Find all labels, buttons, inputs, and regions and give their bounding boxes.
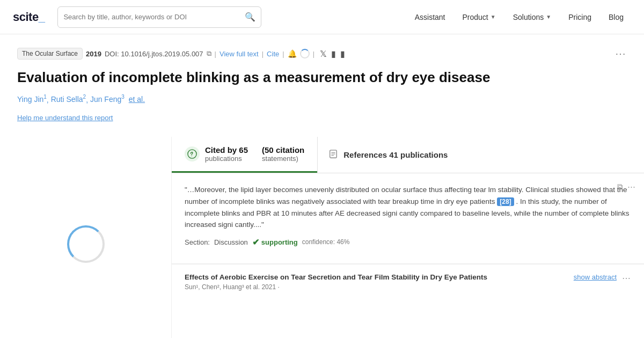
citation-statements-text: (50 citation statements) <box>262 145 304 163</box>
loading-indicator-small <box>300 49 310 58</box>
copy-citation-icon[interactable]: ⧉ <box>617 182 623 192</box>
paper-ref-title[interactable]: Effects of Aerobic Exercise on Tear Secr… <box>185 273 568 281</box>
journal-badge: The Ocular Surface <box>17 48 83 60</box>
content-area: Cited by 65 publications (50 citation st… <box>0 137 644 338</box>
linkedin-icon[interactable]: ▮ <box>340 49 345 59</box>
section-name: Discussion <box>214 238 248 246</box>
cited-by-icon <box>185 146 200 161</box>
confidence-label: confidence: 46% <box>302 238 350 246</box>
copy-doi-icon[interactable]: ⧉ <box>207 49 211 58</box>
separator-3: | <box>282 50 284 58</box>
citation-meta: Section: Discussion ✔ supporting confide… <box>185 237 631 247</box>
solutions-chevron-icon: ▼ <box>546 14 551 20</box>
twitter-icon[interactable]: 𝕏 <box>320 49 327 59</box>
cited-by-sub: publications <box>205 155 248 163</box>
paper-section: The Ocular Surface 2019 DOI: 10.1016/j.j… <box>0 34 644 137</box>
cited-by-main: Cited by 65 <box>205 145 248 155</box>
supporting-label: supporting <box>261 238 298 246</box>
view-full-text-link[interactable]: View full text <box>219 50 259 58</box>
paper-ref-card: Effects of Aerobic Exercise on Tear Secr… <box>172 264 644 299</box>
nav-item-assistant[interactable]: Assistant <box>407 9 453 26</box>
references-icon <box>328 149 338 161</box>
left-panel <box>0 137 172 338</box>
svg-point-1 <box>191 156 192 156</box>
product-chevron-icon: ▼ <box>491 14 496 20</box>
facebook-icon[interactable]: ▮ <box>331 49 336 59</box>
citation-card-actions: ⧉ ⋯ <box>617 182 635 192</box>
paper-authors: Ying Jin1, Ruti Sella2, Jun Feng3 et al. <box>17 94 627 104</box>
supporting-badge: ✔ supporting <box>252 237 298 247</box>
separator-4: | <box>313 50 314 58</box>
check-circle-icon: ✔ <box>252 237 259 247</box>
paper-ref-content: Effects of Aerobic Exercise on Tear Secr… <box>185 273 568 291</box>
paper-ref-authors: Sun¹, Chen², Huang³ et al. 2021 · <box>185 283 568 291</box>
paper-meta: The Ocular Surface 2019 DOI: 10.1016/j.j… <box>17 47 627 60</box>
paper-ref-more-options[interactable]: ⋯ <box>622 273 631 283</box>
tabs-bar: Cited by 65 publications (50 citation st… <box>172 137 644 173</box>
nav-links: Assistant Product ▼ Solutions ▼ Pricing … <box>407 9 631 26</box>
tab-cited-by[interactable]: Cited by 65 publications (50 citation st… <box>172 137 317 173</box>
separator-2: | <box>262 50 264 58</box>
citation-statements-sub: statements) <box>262 155 304 163</box>
references-label: References 41 publications <box>343 150 448 159</box>
social-icons: 𝕏 ▮ ▮ <box>320 49 345 59</box>
cite-link[interactable]: Cite <box>267 50 279 58</box>
navbar: scite_ 🔍 Assistant Product ▼ Solutions ▼… <box>0 0 644 34</box>
separator-1: | <box>215 50 216 58</box>
right-panel: Cited by 65 publications (50 citation st… <box>172 137 644 338</box>
bell-icon[interactable]: 🔔 <box>288 49 297 58</box>
search-icon[interactable]: 🔍 <box>245 12 255 22</box>
section-label: Section: <box>185 238 210 246</box>
paper-doi: DOI: 10.1016/j.jtos.2019.05.007 <box>105 50 203 58</box>
nav-item-solutions[interactable]: Solutions ▼ <box>506 9 559 26</box>
et-al-link[interactable]: et al. <box>129 95 145 104</box>
citation-more-options[interactable]: ⋯ <box>627 182 635 192</box>
show-abstract-button[interactable]: show abstract <box>574 273 617 281</box>
search-bar: 🔍 <box>57 6 261 28</box>
cited-by-tab-text: Cited by 65 publications <box>205 145 248 163</box>
author-1[interactable]: Ying Jin1 <box>17 95 47 104</box>
nav-item-pricing[interactable]: Pricing <box>561 9 599 26</box>
citation-number: [28] <box>497 197 514 206</box>
more-options-button[interactable]: ⋯ <box>615 47 627 60</box>
nav-item-blog[interactable]: Blog <box>601 9 631 26</box>
citation-text: "…Moreover, the lipid layer becomes unev… <box>185 184 631 230</box>
paper-year: 2019 <box>86 50 101 58</box>
search-input[interactable] <box>63 13 245 21</box>
tab-references[interactable]: References 41 publications <box>317 137 458 173</box>
paper-title: Evaluation of incomplete blinking as a m… <box>17 69 627 87</box>
paper-ref-row: Effects of Aerobic Exercise on Tear Secr… <box>185 273 631 291</box>
author-2[interactable]: Ruti Sella2 <box>51 95 86 104</box>
help-link[interactable]: Help me understand this report <box>17 114 113 122</box>
citation-card: ⧉ ⋯ "…Moreover, the lipid layer becomes … <box>172 173 644 263</box>
citation-statements-main: (50 citation <box>262 145 304 155</box>
chart-loading-spinner <box>67 225 105 263</box>
nav-item-product[interactable]: Product ▼ <box>455 9 503 26</box>
logo[interactable]: scite_ <box>13 10 45 24</box>
author-3[interactable]: Jun Feng3 <box>90 95 125 104</box>
